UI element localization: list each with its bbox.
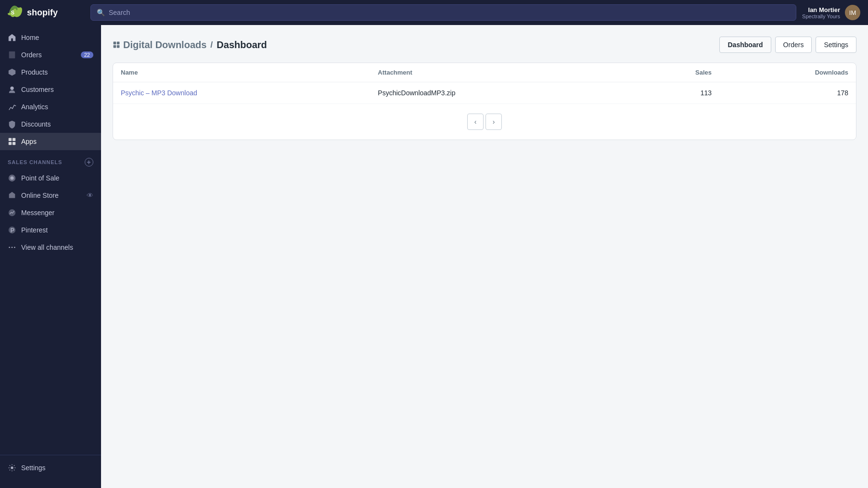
sidebar-item-label: Settings — [21, 464, 46, 472]
main-content: Digital Downloads / Dashboard Dashboard … — [101, 25, 868, 488]
add-channel-button[interactable]: + — [85, 158, 93, 167]
sidebar-item-customers[interactable]: Customers — [0, 81, 101, 98]
app-body: Home Orders 22 Products Customers — [0, 25, 868, 488]
sidebar-item-discounts[interactable]: Discounts — [0, 116, 101, 133]
search-icon: 🔍 — [97, 9, 105, 16]
svg-point-12 — [9, 247, 10, 248]
breadcrumb-link[interactable]: Digital Downloads — [113, 39, 206, 51]
sidebar-item-home[interactable]: Home — [0, 29, 101, 46]
pos-icon — [8, 174, 16, 182]
sidebar-item-pos[interactable]: Point of Sale — [0, 169, 101, 187]
row-downloads: 178 — [719, 82, 856, 104]
svg-rect-3 — [9, 138, 12, 141]
table-header: Name Attachment Sales Downloads — [113, 63, 856, 82]
svg-rect-17 — [117, 42, 120, 45]
sidebar-item-settings[interactable]: Settings — [0, 459, 101, 476]
downloads-table: Name Attachment Sales Downloads Psychic … — [113, 63, 856, 103]
more-icon — [8, 243, 16, 252]
customers-icon — [8, 85, 16, 94]
discounts-icon — [8, 120, 16, 128]
products-icon — [8, 68, 16, 77]
svg-rect-19 — [117, 45, 120, 48]
sidebar-item-products[interactable]: Products — [0, 64, 101, 81]
svg-text:P: P — [10, 227, 14, 234]
sidebar-item-orders[interactable]: Orders 22 — [0, 46, 101, 64]
svg-rect-5 — [9, 142, 12, 145]
view-all-label: View all channels — [21, 244, 73, 251]
sidebar-bottom: Settings — [0, 455, 101, 480]
search-bar[interactable]: 🔍 — [90, 4, 796, 21]
store-icon — [8, 191, 16, 200]
sidebar-nav: Home Orders 22 Products Customers — [0, 25, 101, 455]
row-name: Psychic – MP3 Download — [113, 82, 370, 104]
prev-page-button[interactable]: ‹ — [467, 114, 484, 130]
sidebar-item-analytics[interactable]: Analytics — [0, 98, 101, 116]
dashboard-tab-button[interactable]: Dashboard — [719, 37, 771, 53]
orders-icon — [8, 51, 16, 59]
svg-point-15 — [11, 466, 13, 469]
svg-text:S: S — [11, 10, 14, 15]
apps-icon — [8, 137, 16, 146]
sidebar-item-pinterest[interactable]: P Pinterest — [0, 221, 101, 239]
sales-channels-label: SALES CHANNELS — [8, 159, 62, 165]
logo[interactable]: S shopify — [8, 5, 85, 20]
sidebar-item-label: Online Store — [21, 192, 59, 199]
app-name: Digital Downloads — [123, 39, 206, 51]
user-name: Ian Mortier — [802, 6, 840, 13]
svg-rect-4 — [13, 138, 15, 141]
table-row: Psychic – MP3 Download PsychicDownloadMP… — [113, 82, 856, 104]
page-title: Dashboard — [217, 39, 267, 51]
sidebar-item-label: Home — [21, 34, 39, 41]
svg-point-2 — [10, 87, 13, 90]
svg-rect-6 — [13, 142, 15, 145]
breadcrumb-separator: / — [210, 40, 213, 50]
svg-point-13 — [12, 247, 13, 248]
svg-rect-1 — [9, 51, 15, 58]
settings-tab-button[interactable]: Settings — [816, 37, 856, 53]
pagination: ‹ › — [113, 103, 856, 140]
search-input[interactable] — [109, 9, 790, 16]
avatar[interactable]: IM — [845, 5, 860, 20]
col-attachment: Attachment — [370, 63, 630, 82]
sidebar-item-label: Messenger — [21, 209, 54, 217]
sales-channels-section: SALES CHANNELS + — [0, 150, 101, 169]
sidebar-item-apps[interactable]: Apps — [0, 133, 101, 150]
sidebar-item-label: Apps — [21, 138, 37, 145]
svg-rect-16 — [114, 42, 116, 45]
sidebar-item-label: Orders — [21, 51, 42, 59]
sidebar-item-label: Customers — [21, 86, 54, 93]
analytics-icon — [8, 103, 16, 111]
sidebar-item-view-all-channels[interactable]: View all channels — [0, 239, 101, 256]
downloads-table-card: Name Attachment Sales Downloads Psychic … — [113, 63, 856, 140]
orders-tab-button[interactable]: Orders — [775, 37, 812, 53]
header-actions: Dashboard Orders Settings — [719, 37, 856, 53]
row-attachment: PsychicDownloadMP3.zip — [370, 82, 630, 104]
row-sales: 113 — [630, 82, 719, 104]
orders-badge: 22 — [81, 51, 93, 58]
home-icon — [8, 33, 16, 42]
sidebar-item-label: Pinterest — [21, 226, 48, 234]
svg-rect-18 — [114, 45, 116, 48]
top-nav: S shopify 🔍 Ian Mortier Spectrally Yours… — [0, 0, 868, 25]
col-sales: Sales — [630, 63, 719, 82]
sidebar-item-messenger[interactable]: Messenger — [0, 204, 101, 221]
user-store: Spectrally Yours — [802, 13, 840, 19]
logo-text: shopify — [27, 8, 58, 18]
sidebar-item-label: Discounts — [21, 120, 51, 128]
col-downloads: Downloads — [719, 63, 856, 82]
sidebar-item-label: Analytics — [21, 103, 48, 111]
pinterest-icon: P — [8, 226, 16, 234]
table-body: Psychic – MP3 Download PsychicDownloadMP… — [113, 82, 856, 104]
messenger-icon — [8, 208, 16, 217]
page-header: Digital Downloads / Dashboard Dashboard … — [113, 37, 856, 53]
next-page-button[interactable]: › — [485, 114, 502, 130]
eye-icon[interactable]: 👁 — [87, 192, 93, 199]
sidebar-item-label: Point of Sale — [21, 174, 59, 182]
user-info: Ian Mortier Spectrally Yours — [802, 6, 840, 19]
col-name: Name — [113, 63, 370, 82]
sidebar-item-online-store[interactable]: Online Store 👁 — [0, 187, 101, 204]
svg-point-8 — [10, 176, 13, 180]
product-link[interactable]: Psychic – MP3 Download — [121, 89, 197, 97]
sidebar: Home Orders 22 Products Customers — [0, 25, 101, 488]
breadcrumb: Digital Downloads / Dashboard — [113, 39, 267, 51]
